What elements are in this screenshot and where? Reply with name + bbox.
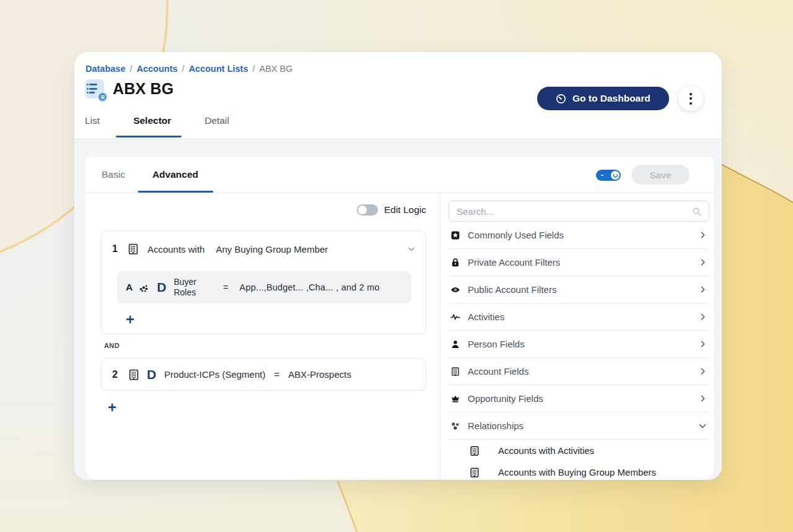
chevron-right-icon	[699, 313, 707, 321]
field-row-activities[interactable]: Activities	[449, 303, 709, 331]
selector-panel-header: Basic Advanced - Save	[85, 157, 714, 193]
breadcrumb-separator: /	[129, 64, 132, 74]
fields-panel: Commonly Used Fields Private Account Fil…	[440, 193, 714, 480]
page-tabs: List Selector Detail	[85, 115, 263, 137]
conjunction-label: AND	[104, 342, 120, 349]
building-icon	[450, 367, 461, 377]
field-row-public-filters[interactable]: Public Account Filters	[449, 276, 709, 303]
search-box	[449, 201, 709, 222]
chevron-right-icon	[699, 340, 707, 348]
dashboard-gauge-icon	[556, 94, 566, 104]
edit-logic-label: Edit Logic	[384, 204, 426, 216]
page: Database / Accounts / Account Lists / AB…	[0, 0, 793, 532]
group-selection[interactable]: Any Buying Group Member	[216, 244, 328, 255]
selector-panel-body: Edit Logic 1 Accounts with Any Buying Gr…	[85, 193, 714, 480]
group-operator: =	[274, 369, 279, 380]
chevron-right-icon	[699, 258, 707, 266]
building-icon	[469, 445, 480, 456]
chevron-right-icon	[699, 395, 707, 403]
sub-row-label: Accounts with Activities	[498, 445, 594, 456]
group-field: Product-ICPs (Segment)	[164, 369, 265, 380]
pulse-icon	[450, 312, 461, 322]
add-condition-button[interactable]: +	[126, 312, 134, 327]
field-row-label: Person Fields	[468, 339, 525, 349]
eye-icon	[450, 285, 461, 295]
sub-row-accounts-with-bgm[interactable]: Accounts with Buying Group Members	[449, 461, 709, 480]
field-row-label: Commonly Used Fields	[468, 230, 564, 240]
more-menu-button[interactable]	[678, 86, 703, 111]
star-square-icon	[450, 230, 461, 240]
relationships-icon	[450, 421, 461, 431]
field-row-private-filters[interactable]: Private Account Filters	[449, 249, 709, 276]
field-row-opportunity-fields[interactable]: Opportunity Fields	[449, 385, 709, 412]
tab-detail[interactable]: Detail	[204, 115, 229, 137]
selector-panel: Basic Advanced - Save	[85, 157, 714, 480]
search-input[interactable]	[457, 206, 692, 217]
refresh-icon	[612, 172, 619, 179]
group-value: ABX-Prospects	[288, 369, 351, 380]
condition-marker: A	[126, 282, 133, 293]
selector-tabs: Basic Advanced	[102, 157, 226, 193]
title-row: ABX BG	[85, 79, 173, 98]
person-icon	[450, 339, 461, 349]
edit-logic-control: Edit Logic	[357, 204, 426, 216]
field-row-label: Relationships	[468, 421, 524, 431]
breadcrumb-database[interactable]: Database	[85, 64, 125, 74]
breadcrumb-current: ABX BG	[260, 64, 293, 74]
chevron-right-icon	[699, 231, 707, 239]
breadcrumb-account-lists[interactable]: Account Lists	[189, 64, 248, 74]
card-body: Basic Advanced - Save	[74, 139, 722, 480]
field-row-relationships[interactable]: Relationships	[449, 412, 709, 440]
sync-toggle[interactable]: -	[596, 170, 621, 181]
tab-selector[interactable]: Selector	[133, 115, 171, 137]
field-row-label: Activities	[468, 312, 504, 322]
condition-operator: =	[223, 282, 228, 292]
field-list: Commonly Used Fields Private Account Fil…	[449, 222, 709, 480]
filter-group-2[interactable]: 2 D Product-ICPs (Segment) = ABX-Prospec…	[101, 358, 426, 391]
sync-toggle-minus: -	[601, 171, 603, 180]
chevron-down-icon	[698, 422, 707, 430]
tab-list[interactable]: List	[85, 115, 100, 137]
list-badge-icon	[97, 92, 108, 102]
building-icon	[127, 243, 139, 255]
people-cluster-icon	[139, 282, 151, 294]
demandbase-logo-icon: D	[147, 367, 156, 382]
breadcrumb-separator: /	[253, 64, 255, 74]
field-row-account-fields[interactable]: Account Fields	[449, 358, 709, 385]
chevron-right-icon	[699, 367, 707, 375]
account-list-icon	[85, 79, 104, 98]
add-group-button[interactable]: +	[108, 400, 116, 415]
chevron-down-icon[interactable]	[407, 245, 416, 253]
field-row-commonly-used[interactable]: Commonly Used Fields	[449, 222, 709, 249]
save-button[interactable]: Save	[631, 165, 690, 185]
query-builder: Edit Logic 1 Accounts with Any Buying Gr…	[85, 193, 440, 480]
condition-row[interactable]: A D Buyer Roles = App...,Budget... ,Cha.…	[117, 271, 411, 303]
condition-field: Buyer Roles	[173, 277, 208, 299]
go-to-dashboard-button[interactable]: Go to Dashboard	[537, 87, 669, 110]
search-icon	[692, 207, 701, 216]
breadcrumb-accounts[interactable]: Accounts	[137, 64, 178, 74]
edit-logic-toggle[interactable]	[357, 204, 378, 216]
building-icon	[469, 467, 480, 478]
main-card: Database / Accounts / Account Lists / AB…	[74, 52, 722, 480]
breadcrumb-separator: /	[182, 64, 185, 74]
tab-advanced[interactable]: Advanced	[152, 157, 198, 193]
sub-row-label: Accounts with Buying Group Members	[498, 467, 656, 477]
field-row-label: Account Fields	[468, 366, 528, 377]
field-row-label: Opportunity Fields	[468, 393, 543, 404]
sub-row-accounts-with-activities[interactable]: Accounts with Activities	[449, 440, 709, 461]
filter-group-1-header[interactable]: 1 Accounts with Any Buying Group Member	[102, 231, 426, 255]
field-row-person-fields[interactable]: Person Fields	[449, 331, 709, 358]
field-row-label: Private Account Filters	[468, 257, 560, 268]
building-icon	[128, 368, 140, 381]
group-prefix: Accounts with	[147, 244, 205, 255]
tab-basic[interactable]: Basic	[102, 157, 125, 193]
chevron-right-icon	[699, 286, 707, 294]
lock-icon	[450, 258, 461, 268]
crown-icon	[450, 394, 461, 404]
sync-toggle-knob	[611, 171, 620, 180]
group-index: 1	[112, 243, 118, 255]
demandbase-logo-icon: D	[157, 280, 166, 295]
group-index: 2	[112, 369, 118, 380]
condition-value: App...,Budget... ,Cha... , and 2 mo	[240, 282, 380, 292]
